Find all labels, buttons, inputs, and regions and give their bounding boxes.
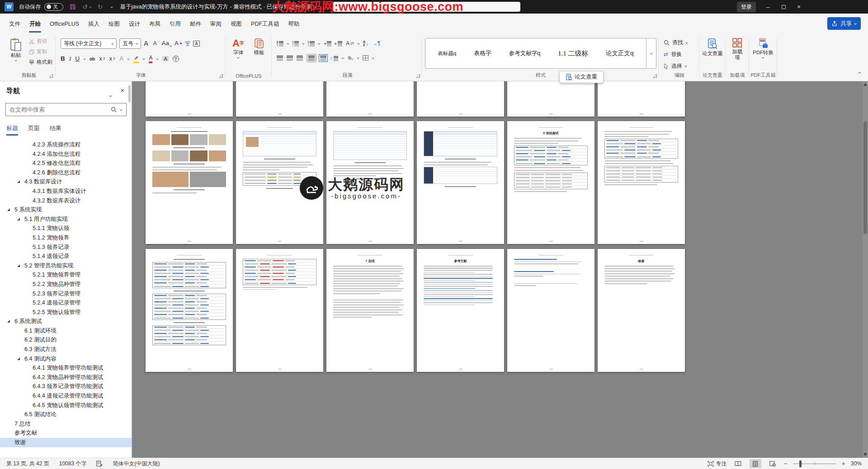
- nav-outline-item[interactable]: 5.1.4 退领记录: [0, 252, 132, 261]
- nav-outline-item[interactable]: 5.2.1 宠物领养管理: [0, 270, 132, 280]
- nav-outline-item[interactable]: 5.2.5 宠物认领管理: [0, 308, 132, 317]
- expand-triangle-icon[interactable]: [7, 208, 10, 211]
- close-button[interactable]: ×: [791, 0, 807, 14]
- expand-triangle-icon[interactable]: [17, 218, 20, 220]
- format-painter-button[interactable]: 格式刷: [29, 59, 52, 66]
- ribbon-tab-开始[interactable]: 开始: [25, 14, 45, 34]
- word-count[interactable]: 10083 个字: [59, 460, 87, 468]
- bold-button[interactable]: B: [61, 56, 65, 62]
- paper-check-button[interactable]: 论文查重: [702, 36, 723, 56]
- nav-outline-item[interactable]: 6.4 测试内容: [0, 354, 132, 364]
- expand-triangle-icon[interactable]: [17, 180, 20, 183]
- nav-outline-item[interactable]: 6.4.3 领养记录管理功能测试: [0, 382, 132, 391]
- nav-outline-item[interactable]: 4.2.5 修改信息流程: [0, 159, 132, 168]
- nav-outline-item[interactable]: 5.2 管理员功能实现: [0, 261, 132, 271]
- ribbon-tab-帮助[interactable]: 帮助: [284, 14, 304, 34]
- nav-outline-item[interactable]: 5.2.3 领养记录管理: [0, 289, 132, 299]
- nav-outline-item[interactable]: 6.4.1 宠物领养管理功能测试: [0, 363, 132, 373]
- nav-outline-item[interactable]: 5.1.3 领养记录: [0, 243, 132, 252]
- asian-layout-button[interactable]: A⇄: [346, 40, 354, 47]
- shrink-font-button[interactable]: Aˇ: [153, 40, 159, 47]
- ribbon-tab-设计[interactable]: 设计: [124, 14, 145, 34]
- highlight-color-button[interactable]: [133, 55, 139, 63]
- undo-icon[interactable]: ↺: [82, 3, 88, 10]
- officeplus-font-button[interactable]: A字 字体: [228, 36, 249, 58]
- focus-mode-button[interactable]: 专注: [708, 460, 727, 468]
- nav-outline-item[interactable]: 6 系统测试: [0, 317, 132, 326]
- replace-button[interactable]: ⇄ 替换: [664, 50, 682, 59]
- scroll-down-icon[interactable]: [863, 453, 867, 456]
- expand-triangle-icon[interactable]: [7, 320, 10, 323]
- navigation-tab-标题[interactable]: 标题: [6, 124, 18, 136]
- ribbon-tab-文件[interactable]: 文件: [5, 14, 25, 34]
- ribbon-tab-插入[interactable]: 插入: [84, 14, 104, 34]
- increase-indent-button[interactable]: ▸: [335, 41, 343, 46]
- nav-outline-item[interactable]: 参考文献: [0, 428, 132, 438]
- nav-outline-item[interactable]: 4.2.3 系统操作流程: [0, 140, 132, 150]
- nav-outline-item[interactable]: 5.2.4 退领记录管理: [0, 298, 132, 308]
- navigation-collapse-icon[interactable]: [109, 90, 112, 98]
- document-page-thumbnail[interactable]: [326, 81, 414, 117]
- zoom-level[interactable]: 30%: [851, 460, 862, 467]
- autosave-toggle[interactable]: 关: [44, 3, 63, 11]
- navigation-tab-页面[interactable]: 页面: [28, 124, 40, 136]
- clipboard-dialog-launcher[interactable]: [49, 74, 53, 78]
- expand-triangle-icon[interactable]: [17, 357, 20, 360]
- nav-outline-item[interactable]: 7 总结: [0, 419, 132, 429]
- document-page-thumbnail[interactable]: 7 总结: [326, 249, 414, 372]
- document-page-thumbnail[interactable]: [598, 81, 685, 117]
- document-page-thumbnail[interactable]: 6 系统测试: [507, 121, 594, 244]
- justify-button[interactable]: [307, 54, 316, 62]
- style-gallery-item[interactable]: 论文正文q: [606, 49, 634, 57]
- addins-button[interactable]: 加载项: [727, 36, 748, 61]
- document-search-input[interactable]: [6, 106, 111, 113]
- restore-button[interactable]: [776, 0, 791, 14]
- nav-outline-item[interactable]: 5.1.2 宠物领养: [0, 233, 132, 243]
- web-layout-button[interactable]: [767, 459, 778, 468]
- nav-outline-item[interactable]: 5.1.1 宠物认领: [0, 224, 132, 233]
- nav-outline-item[interactable]: 5.2.2 宠物品种管理: [0, 280, 132, 289]
- zoom-slider[interactable]: [793, 464, 836, 464]
- superscript-button[interactable]: x2: [109, 56, 115, 62]
- show-marks-button[interactable]: →¶: [372, 40, 380, 47]
- nav-outline-item[interactable]: 4.2.6 删除信息流程: [0, 168, 132, 178]
- collapse-ribbon-button[interactable]: [859, 68, 861, 76]
- document-page-thumbnail[interactable]: [507, 81, 594, 117]
- align-right-button[interactable]: [297, 56, 303, 61]
- document-page-thumbnail[interactable]: [417, 121, 504, 244]
- pdf-convert-button[interactable]: PDF PDF转换: [753, 36, 774, 58]
- scroll-up-icon[interactable]: [863, 83, 867, 86]
- nav-outline-item[interactable]: 4.3.1 数据库实体设计: [0, 187, 132, 196]
- zoom-out-button[interactable]: −: [784, 460, 788, 467]
- character-border-button[interactable]: A: [193, 41, 200, 47]
- italic-button[interactable]: I: [69, 56, 71, 62]
- document-page-thumbnail[interactable]: [236, 81, 323, 117]
- navigation-scrollbar[interactable]: [128, 85, 131, 102]
- phonetic-guide-button[interactable]: wén文: [185, 41, 190, 46]
- ribbon-tab-布局[interactable]: 布局: [145, 14, 165, 34]
- underline-button[interactable]: U: [75, 56, 80, 62]
- borders-button[interactable]: [363, 55, 368, 61]
- nav-outline-item[interactable]: 6.4.5 宠物认领管理功能测试: [0, 401, 132, 410]
- page-indicator[interactable]: 第 13 页, 共 42 页: [6, 460, 49, 468]
- minimize-button[interactable]: –: [760, 0, 776, 14]
- grow-font-button[interactable]: Aˆ: [144, 40, 151, 47]
- distribute-button[interactable]: [320, 56, 326, 61]
- styles-gallery-more-button[interactable]: [646, 38, 656, 69]
- font-size-select[interactable]: 五号: [119, 38, 141, 49]
- redo-icon[interactable]: ↻: [98, 3, 103, 10]
- document-page-thumbnail[interactable]: [598, 121, 685, 244]
- style-gallery-item[interactable]: 表格字: [474, 49, 491, 57]
- font-dialog-launcher[interactable]: [219, 74, 223, 78]
- bullets-button[interactable]: [277, 41, 283, 46]
- nav-outline-item[interactable]: 6.4.4 退领记录管理功能测试: [0, 391, 132, 401]
- navigation-tab-结果[interactable]: 结果: [50, 124, 61, 136]
- zoom-slider-thumb[interactable]: [799, 460, 802, 467]
- find-button[interactable]: 查找: [664, 38, 688, 47]
- scrollbar-thumb[interactable]: [863, 121, 867, 234]
- zoom-in-button[interactable]: +: [842, 460, 845, 467]
- style-gallery-item[interactable]: 1.1 二级标: [558, 49, 589, 58]
- nav-outline-item[interactable]: 4.2.4 添加信息流程: [0, 150, 132, 159]
- change-case-button[interactable]: Aa: [161, 40, 172, 47]
- nav-outline-item[interactable]: 致谢: [0, 438, 132, 447]
